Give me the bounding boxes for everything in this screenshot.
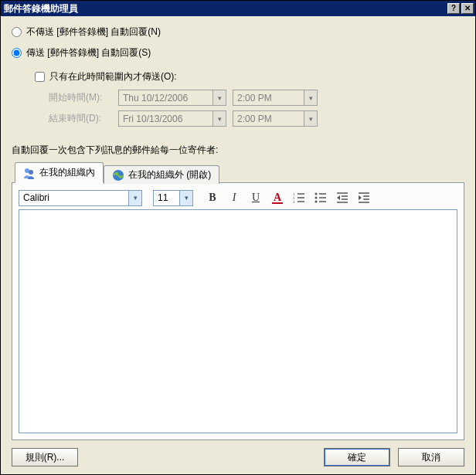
start-time-row: 開始時間(M): Thu 10/12/2006 ▾ 2:00 PM ▾ <box>49 90 464 106</box>
radio-dont-send-input[interactable] <box>12 27 22 37</box>
svg-marker-26 <box>359 195 362 200</box>
start-date-value: Thu 10/12/2006 <box>123 93 212 103</box>
end-time-row: 結束時間(D): Fri 10/13/2006 ▾ 2:00 PM ▾ <box>49 110 464 127</box>
end-time-label: 結束時間(D): <box>49 112 118 125</box>
tab-outside-org-label: 在我的組織外 (開啟) <box>128 168 211 182</box>
dialog-content: 不傳送 [郵件答錄機] 自動回覆(N) 傳送 [郵件答錄機] 自動回覆(S) 只… <box>1 16 475 474</box>
font-family-value: Calibri <box>23 192 128 203</box>
end-time-value: 2:00 PM <box>237 114 304 124</box>
svg-point-15 <box>315 197 318 199</box>
time-grid: 開始時間(M): Thu 10/12/2006 ▾ 2:00 PM ▾ 結束時間… <box>49 90 464 131</box>
radio-send[interactable]: 傳送 [郵件答錄機] 自動回覆(S) <box>12 46 464 59</box>
tab-inside-org[interactable]: 在我的組織內 <box>15 162 104 183</box>
end-date-combo[interactable]: Fri 10/13/2006 ▾ <box>118 110 226 127</box>
start-time-value: 2:00 PM <box>237 93 304 103</box>
tab-inside-org-label: 在我的組織內 <box>39 166 95 179</box>
chevron-down-icon[interactable]: ▾ <box>179 191 192 205</box>
svg-text:3: 3 <box>293 200 295 204</box>
chevron-down-icon[interactable]: ▾ <box>212 90 226 105</box>
time-range-checkbox-row[interactable]: 只有在此時間範圍內才傳送(O): <box>35 70 464 83</box>
globe-icon <box>112 169 124 182</box>
svg-point-16 <box>315 201 318 203</box>
auto-reply-label: 自動回覆一次包含下列訊息的郵件給每一位寄件者: <box>12 144 464 157</box>
end-time-combo[interactable]: 2:00 PM ▾ <box>233 110 318 127</box>
font-family-combo[interactable]: Calibri ▾ <box>19 190 142 206</box>
dialog-window: 郵件答錄機助理員 ? ✕ 不傳送 [郵件答錄機] 自動回覆(N) 傳送 [郵件答… <box>0 0 476 475</box>
increase-indent-button[interactable] <box>355 189 372 206</box>
chevron-down-icon[interactable]: ▾ <box>304 111 317 126</box>
bullet-list-button[interactable] <box>312 189 329 206</box>
start-date-combo[interactable]: Thu 10/12/2006 ▾ <box>118 90 226 106</box>
radio-send-input[interactable] <box>12 48 22 58</box>
font-size-combo[interactable]: 11 ▾ <box>153 190 193 206</box>
radio-send-label: 傳送 [郵件答錄機] 自動回覆(S) <box>26 46 151 59</box>
decrease-indent-button[interactable] <box>334 189 351 206</box>
rules-button[interactable]: 規則(R)... <box>12 448 78 467</box>
chevron-down-icon[interactable]: ▾ <box>212 111 226 126</box>
dialog-footer: 規則(R)... 確定 取消 <box>12 440 464 467</box>
time-range-checkbox[interactable] <box>35 72 45 82</box>
bold-button[interactable]: B <box>204 189 221 206</box>
svg-marker-21 <box>337 195 340 200</box>
end-date-value: Fri 10/13/2006 <box>123 114 212 124</box>
numbered-list-button[interactable]: 123 <box>291 189 308 206</box>
font-color-button[interactable]: A <box>269 189 286 206</box>
chevron-down-icon[interactable]: ▾ <box>128 191 141 205</box>
format-toolbar: Calibri ▾ 11 ▾ B I U A 123 <box>19 189 457 206</box>
svg-point-1 <box>29 170 33 175</box>
radio-dont-send[interactable]: 不傳送 [郵件答錄機] 自動回覆(N) <box>12 25 464 39</box>
tab-panel: Calibri ▾ 11 ▾ B I U A 123 <box>12 182 464 440</box>
start-time-combo[interactable]: 2:00 PM ▾ <box>233 90 318 106</box>
radio-dont-send-label: 不傳送 [郵件答錄機] 自動回覆(N) <box>26 25 161 39</box>
tab-outside-org[interactable]: 在我的組織外 (開啟) <box>104 165 219 184</box>
close-button[interactable]: ✕ <box>461 3 474 14</box>
help-button[interactable]: ? <box>447 3 460 14</box>
ok-button[interactable]: 確定 <box>324 448 390 467</box>
start-time-label: 開始時間(M): <box>49 91 118 104</box>
time-range-checkbox-label: 只有在此時間範圍內才傳送(O): <box>49 70 177 83</box>
chevron-down-icon[interactable]: ▾ <box>304 90 317 105</box>
italic-button[interactable]: I <box>226 189 243 206</box>
people-icon <box>23 167 36 179</box>
underline-button[interactable]: U <box>247 189 264 206</box>
svg-point-4 <box>119 175 122 178</box>
font-size-value: 11 <box>158 192 179 203</box>
message-editor[interactable] <box>19 209 457 433</box>
svg-point-3 <box>115 172 119 175</box>
cancel-button[interactable]: 取消 <box>398 448 464 467</box>
window-title: 郵件答錄機助理員 <box>4 2 446 15</box>
tabs: 在我的組織內 在我的組織外 (開啟) <box>12 161 464 182</box>
svg-point-14 <box>315 193 318 195</box>
titlebar: 郵件答錄機助理員 ? ✕ <box>1 1 475 16</box>
color-bar-icon <box>272 202 283 204</box>
